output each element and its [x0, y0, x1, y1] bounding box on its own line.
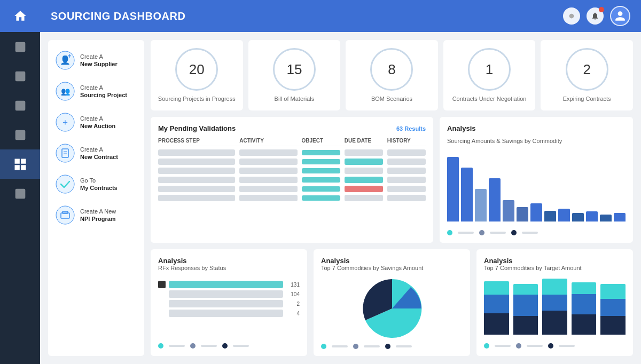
bar-2: [461, 168, 473, 221]
create-npi-label: Create A NewNPI Program: [80, 208, 116, 223]
stacked-legend-line-3: [559, 345, 575, 347]
table-row[interactable]: [158, 195, 426, 201]
pie-title: Analysis: [321, 257, 463, 265]
bar-4: [489, 178, 501, 221]
stacked-bar-chart: [484, 276, 626, 340]
commodity-bar-chart: [447, 149, 626, 227]
table-row[interactable]: [158, 177, 426, 183]
sidebar-item-6[interactable]: [0, 179, 40, 208]
goto-contracts-button[interactable]: Go ToMy Contracts: [48, 169, 144, 199]
table-rows: [158, 149, 426, 201]
rfx-chart: 131 104 2: [158, 281, 300, 340]
stacked-analysis-panel: Analysis Top 7 Commodities by Target Amo…: [476, 249, 633, 356]
analysis-subtitle: Sourcing Amounts & Savings by Commodity: [447, 138, 626, 144]
sidebar-item-3[interactable]: [0, 91, 40, 120]
create-supplier-label: Create ANew Supplier: [80, 53, 118, 68]
create-sourcing-project-button[interactable]: 👥 Create ASourcing Project: [48, 76, 144, 106]
pie-analysis-panel: Analysis Top 7 Commodities by Savings Am…: [314, 249, 470, 356]
pending-header: My Pending Validations 63 Results: [158, 124, 426, 132]
create-npi-button[interactable]: Create A NewNPI Program: [48, 200, 144, 230]
stacked-legend-dot-1: [484, 343, 489, 349]
rfx-legend-line-2: [201, 345, 217, 347]
stacked-legend-dot-2: [516, 343, 521, 349]
pending-validations-panel: My Pending Validations 63 Results Proces…: [151, 117, 433, 243]
page-title: SOURCING DASHBOARD: [51, 10, 563, 22]
kpi-circle-4: 1: [468, 48, 511, 91]
bottom-row: Analysis RFx Responses by Status 131 104: [151, 249, 633, 356]
bar-13: [614, 213, 626, 221]
kpi-contracts-negotiation[interactable]: 1 Contracts Under Negotiation: [443, 40, 536, 110]
rfx-legend-line-3: [233, 345, 249, 347]
legend-dot-2: [479, 230, 484, 235]
sidebar-item-4[interactable]: [0, 120, 40, 149]
rfx-title: Analysis: [158, 257, 300, 265]
svg-text:👥: 👥: [61, 87, 71, 96]
sidebar: [0, 0, 40, 364]
sidebar-home-button[interactable]: [0, 0, 40, 32]
pie-legend-dot-3: [385, 344, 390, 349]
pie-chart-container: [321, 276, 463, 341]
rfx-legend: [158, 343, 300, 349]
pie-legend-dot-2: [353, 344, 358, 349]
analysis-commodity-panel: Analysis Sourcing Amounts & Savings by C…: [440, 117, 633, 243]
goto-contracts-label: Go ToMy Contracts: [80, 177, 118, 192]
kpi-number-1: 20: [189, 61, 205, 78]
user-avatar[interactable]: [610, 6, 630, 26]
svg-rect-3: [15, 130, 25, 140]
rfx-icon-1: [158, 281, 166, 288]
svg-rect-1: [15, 71, 25, 81]
rfx-bar-bg-1: [169, 281, 283, 288]
sidebar-item-dashboard[interactable]: [0, 149, 40, 179]
pie-legend-dot-1: [321, 344, 326, 349]
bar-6: [517, 207, 528, 221]
svg-point-18: [56, 206, 74, 224]
pending-title: My Pending Validations: [158, 124, 236, 132]
stacked-bar-1: [484, 281, 509, 335]
content-area: 👤 + Create ANew Supplier 👥 Create ASourc…: [40, 32, 641, 364]
pie-legend-line-1: [332, 345, 348, 347]
table-row[interactable]: [158, 186, 426, 192]
legend-dot-1: [447, 230, 452, 235]
table-row[interactable]: [158, 149, 426, 156]
notification-bell[interactable]: [587, 7, 604, 25]
status-indicator[interactable]: [563, 7, 580, 25]
table-row[interactable]: [158, 168, 426, 174]
chart-legend: [447, 230, 626, 235]
kpi-sourcing-projects[interactable]: 20 Sourcing Projects in Progress: [151, 40, 243, 110]
legend-line-3: [522, 232, 538, 234]
rfx-legend-dot-2: [190, 343, 196, 349]
kpi-number-4: 1: [486, 61, 493, 78]
rfx-row-1: 131: [158, 281, 300, 288]
kpi-number-2: 15: [286, 61, 302, 78]
npi-icon: [56, 205, 75, 225]
rfx-val-3: 2: [286, 301, 300, 307]
header: SOURCING DASHBOARD: [40, 0, 641, 32]
create-auction-button[interactable]: ＋ Create ANew Auction: [48, 107, 144, 137]
kpi-expiring-contracts[interactable]: 2 Expiring Contracts: [541, 40, 633, 110]
kpi-bom-scenarios[interactable]: 8 BOM Scenarios: [346, 40, 438, 110]
col-history: History: [387, 138, 426, 144]
bar-9: [558, 209, 570, 221]
my-contracts-icon: [56, 175, 75, 194]
sidebar-item-2[interactable]: [0, 61, 40, 91]
create-supplier-button[interactable]: 👤 + Create ANew Supplier: [48, 45, 144, 75]
auction-icon: ＋: [56, 113, 75, 132]
rfx-val-2: 104: [286, 291, 300, 297]
svg-point-17: [56, 175, 74, 193]
bar-7: [530, 203, 542, 221]
table-row[interactable]: [158, 159, 426, 165]
rfx-bar-bg-3: [169, 300, 283, 307]
sidebar-item-1[interactable]: [0, 32, 40, 61]
rfx-legend-line-1: [169, 345, 185, 347]
legend-line-2: [490, 232, 506, 234]
main-area: SOURCING DASHBOARD 👤 +: [40, 0, 641, 364]
rfx-row-3: 2: [158, 300, 300, 307]
legend-dot-3: [511, 230, 517, 235]
create-contract-button[interactable]: Create ANew Contract: [48, 138, 144, 168]
rfx-val-4: 4: [286, 311, 300, 316]
kpi-bill-of-materials[interactable]: 15 Bill of Materials: [248, 40, 341, 110]
pie-legend-line-3: [396, 345, 412, 347]
stacked-legend: [484, 343, 626, 349]
bar-12: [600, 215, 612, 221]
kpi-circle-5: 2: [566, 48, 608, 91]
